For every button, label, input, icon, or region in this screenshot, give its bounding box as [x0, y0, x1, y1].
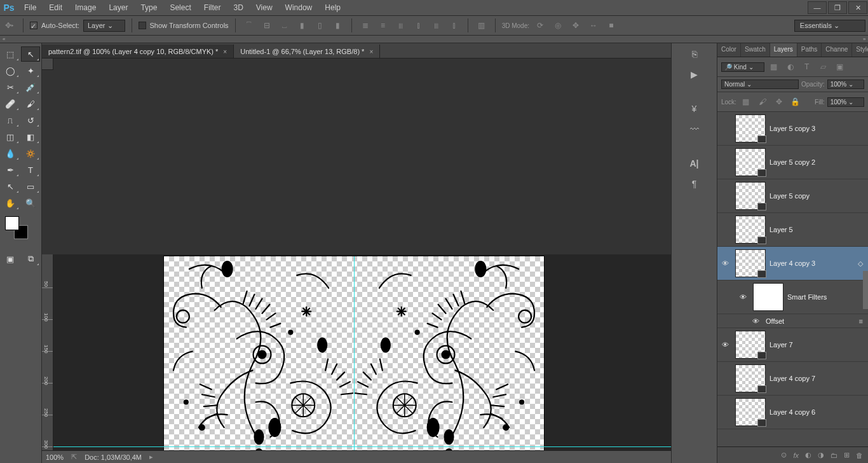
3d-orbit-icon[interactable]: ⟳: [533, 18, 547, 32]
guide-horizontal[interactable]: [53, 446, 671, 447]
minimize-button[interactable]: —: [808, 1, 827, 14]
layer-thumbnail[interactable]: [735, 182, 766, 210]
canvas-viewport[interactable]: [53, 254, 671, 450]
close-button[interactable]: ✕: [848, 1, 867, 14]
layer-group-icon[interactable]: 🗀: [831, 452, 837, 459]
close-tab-icon[interactable]: ×: [369, 48, 373, 55]
filter-kind-select[interactable]: 🔎 Kind ⌄: [721, 62, 764, 72]
distribute-icon-3[interactable]: ⫼: [394, 18, 408, 32]
lock-pixels-icon[interactable]: 🖌: [756, 95, 770, 109]
marquee-tool[interactable]: ⬚: [1, 46, 20, 62]
shape-tool[interactable]: ▭: [21, 179, 40, 194]
layer-thumbnail[interactable]: [735, 148, 766, 176]
layer-thumbnail[interactable]: [735, 398, 766, 426]
document-tab-1[interactable]: pattern2.tif @ 100% (Layer 4 copy 10, RG…: [42, 45, 234, 58]
align-left-icon[interactable]: ▮: [295, 18, 309, 32]
panel-tab-color[interactable]: Color: [717, 43, 741, 57]
panel-tab-channels[interactable]: Channe: [822, 43, 852, 57]
document-tab-2[interactable]: Untitled-1 @ 66,7% (Layer 13, RGB/8) * ×: [234, 45, 380, 58]
layer-mask-icon[interactable]: ◐: [805, 451, 811, 459]
ruler-vertical[interactable]: 50100150200250300350400450500550: [42, 254, 53, 450]
foreground-swatch[interactable]: [5, 216, 19, 230]
layer-row[interactable]: Layer 5 copy 2: [717, 146, 868, 179]
visibility-toggle[interactable]: 👁: [719, 341, 731, 349]
menu-image[interactable]: Image: [69, 1, 102, 15]
auto-select-target[interactable]: Layer ⌄: [83, 20, 125, 32]
collapse-panels-icon[interactable]: »: [860, 36, 868, 42]
status-arrow-icon[interactable]: ▸: [149, 453, 153, 461]
menu-select[interactable]: Select: [163, 1, 197, 15]
workspace-switcher[interactable]: Essentials ⌄: [794, 20, 865, 32]
align-vcenter-icon[interactable]: ⊟: [260, 18, 274, 32]
maximize-button[interactable]: ❐: [828, 1, 847, 14]
3d-zoom-icon[interactable]: ■: [604, 18, 618, 32]
panel-tab-styles[interactable]: Styles: [852, 43, 868, 57]
menu-layer[interactable]: Layer: [102, 1, 134, 15]
visibility-toggle[interactable]: 👁: [719, 259, 731, 267]
paragraph-panel-icon[interactable]: ¶: [686, 177, 703, 191]
3d-roll-icon[interactable]: ◎: [551, 18, 565, 32]
filter-settings-icon[interactable]: ≡: [859, 317, 863, 325]
layer-row[interactable]: Layer 4 copy 6: [717, 396, 868, 429]
layers-list[interactable]: Layer 5 copy 3Layer 5 copy 2Layer 5 copy…: [717, 112, 868, 446]
align-top-icon[interactable]: ⎴: [242, 18, 256, 32]
stamp-tool[interactable]: ⎍: [1, 113, 20, 128]
layer-fx-icon[interactable]: fx: [793, 452, 799, 459]
fill-input[interactable]: 100% ⌄: [827, 97, 864, 107]
layer-row[interactable]: 👁Offset≡: [717, 314, 868, 328]
zoom-tool[interactable]: 🔍: [21, 195, 40, 211]
align-hcenter-icon[interactable]: ▯: [313, 18, 327, 32]
align-bottom-icon[interactable]: ⎵: [278, 18, 292, 32]
visibility-toggle[interactable]: 👁: [749, 317, 762, 325]
color-swatches[interactable]: [5, 216, 28, 239]
distribute-icon-2[interactable]: ≡: [376, 18, 390, 32]
type-tool[interactable]: T: [21, 162, 40, 177]
panel-tab-paths[interactable]: Paths: [797, 43, 822, 57]
layer-thumbnail[interactable]: [735, 114, 766, 142]
show-transform-checkbox[interactable]: [139, 22, 146, 29]
filter-shape-icon[interactable]: ▱: [817, 60, 831, 74]
panel-tab-layers[interactable]: Layers: [770, 43, 797, 57]
new-layer-icon[interactable]: ⊞: [844, 451, 850, 459]
character-panel-icon[interactable]: A|: [686, 156, 703, 170]
layer-row[interactable]: Layer 4 copy 7: [717, 362, 868, 396]
distribute-icon-5[interactable]: ⫼: [430, 18, 444, 32]
layer-thumbnail[interactable]: [735, 364, 766, 392]
brush-tool[interactable]: 🖌: [21, 96, 40, 111]
menu-3d[interactable]: 3D: [227, 1, 249, 15]
hand-tool[interactable]: ✋: [1, 195, 20, 211]
layer-row[interactable]: Layer 5 copy: [717, 179, 868, 213]
distribute-icon-1[interactable]: ≣: [358, 18, 372, 32]
auto-select-checkbox[interactable]: ✓: [30, 22, 37, 29]
layer-row[interactable]: Layer 5: [717, 213, 868, 247]
panel-tab-swatches[interactable]: Swatch: [741, 43, 770, 57]
lock-all-icon[interactable]: 🔒: [789, 95, 803, 109]
scrollbar-thumb[interactable]: [863, 271, 868, 309]
menu-type[interactable]: Type: [134, 1, 163, 15]
guide-vertical-center[interactable]: [354, 256, 355, 450]
history-panel-icon[interactable]: ⎘: [686, 47, 703, 61]
align-right-icon[interactable]: ▮: [331, 18, 345, 32]
menu-help[interactable]: Help: [318, 1, 347, 15]
visibility-toggle[interactable]: 👁: [736, 293, 749, 301]
eraser-tool[interactable]: ◫: [1, 129, 20, 144]
3d-pan-icon[interactable]: ✥: [569, 18, 583, 32]
magic-wand-tool[interactable]: ✦: [21, 63, 40, 78]
zoom-level[interactable]: 100%: [46, 453, 64, 461]
lock-position-icon[interactable]: ✥: [772, 95, 786, 109]
menu-view[interactable]: View: [250, 1, 279, 15]
blur-tool[interactable]: 💧: [1, 146, 20, 161]
quick-mask-tool[interactable]: ▣: [1, 251, 20, 266]
layer-thumbnail[interactable]: [735, 216, 766, 244]
filter-type-icon[interactable]: T: [800, 60, 814, 74]
brush-presets-icon[interactable]: 〰: [686, 122, 703, 136]
filter-pixel-icon[interactable]: ▦: [767, 60, 781, 74]
artboard[interactable]: [163, 256, 545, 450]
layer-row[interactable]: 👁Layer 4 copy 3◇: [717, 247, 868, 280]
distribute-icon-6[interactable]: ⫿: [447, 18, 461, 32]
healing-tool[interactable]: 🩹: [1, 96, 20, 111]
adjustment-layer-icon[interactable]: ◑: [818, 451, 824, 459]
layer-row[interactable]: Layer 5 copy 3: [717, 112, 868, 146]
3d-slide-icon[interactable]: ↔: [587, 18, 600, 32]
close-tab-icon[interactable]: ×: [223, 48, 227, 55]
